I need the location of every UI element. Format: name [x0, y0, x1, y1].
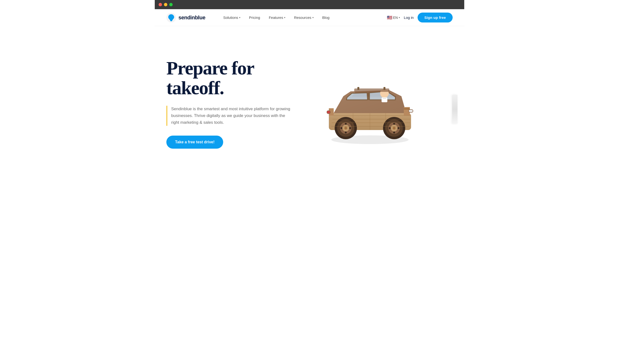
- chevron-down-icon: ▾: [239, 16, 240, 19]
- svg-rect-8: [404, 108, 410, 110]
- svg-rect-38: [357, 87, 359, 90]
- nav-item-blog[interactable]: Blog: [319, 14, 333, 22]
- svg-point-16: [393, 123, 395, 125]
- nav-label-pricing: Pricing: [249, 15, 260, 20]
- nav-right: 🇺🇸 EN ▾ Log in Sign up free: [387, 13, 453, 23]
- hero-description-wrapper: Sendinblue is the smartest and most intu…: [166, 106, 292, 126]
- chevron-down-icon: ▾: [312, 16, 314, 19]
- nav-label-features: Features: [269, 15, 283, 20]
- hero-title: Prepare for takeoff.: [166, 58, 292, 98]
- language-selector[interactable]: 🇺🇸 EN ▾: [387, 15, 400, 20]
- reflection-panel: [452, 95, 457, 124]
- svg-rect-39: [383, 87, 385, 90]
- svg-point-27: [340, 127, 342, 129]
- accent-bar: [166, 106, 167, 126]
- navbar: sendinblue Solutions ▾ Pricing Features …: [155, 9, 464, 26]
- svg-point-26: [345, 131, 347, 133]
- logo-icon: [166, 13, 176, 23]
- nav-label-solutions: Solutions: [223, 15, 238, 20]
- svg-point-29: [344, 127, 347, 129]
- hero-section: Prepare for takeoff. Sendinblue is the s…: [155, 26, 464, 176]
- svg-point-17: [393, 131, 395, 133]
- svg-rect-7: [383, 98, 386, 98]
- close-button[interactable]: [159, 3, 162, 6]
- lang-label: EN: [393, 16, 398, 20]
- nav-item-pricing[interactable]: Pricing: [246, 14, 264, 22]
- logo-link[interactable]: sendinblue: [166, 13, 205, 23]
- logo-text: sendinblue: [178, 14, 205, 21]
- svg-point-18: [389, 127, 391, 129]
- maximize-button[interactable]: [169, 3, 173, 6]
- flag-icon: 🇺🇸: [387, 15, 392, 20]
- minimize-button[interactable]: [164, 3, 167, 6]
- svg-rect-10: [409, 110, 412, 112]
- nav-label-blog: Blog: [322, 15, 330, 20]
- hero-description: Sendinblue is the smartest and most intu…: [171, 106, 292, 126]
- nav-links: Solutions ▾ Pricing Features ▾ Resources…: [220, 14, 387, 22]
- chevron-down-icon: ▾: [284, 16, 285, 19]
- signup-button[interactable]: Sign up free: [418, 13, 453, 23]
- hero-content: Prepare for takeoff. Sendinblue is the s…: [166, 58, 292, 149]
- svg-point-19: [397, 127, 399, 129]
- svg-point-28: [349, 127, 351, 129]
- svg-point-25: [345, 123, 347, 125]
- nav-item-solutions[interactable]: Solutions ▾: [220, 14, 244, 22]
- chevron-down-icon: ▾: [399, 16, 400, 19]
- nav-label-resources: Resources: [294, 15, 311, 20]
- svg-point-20: [393, 127, 395, 129]
- nav-item-features[interactable]: Features ▾: [266, 14, 289, 22]
- titlebar: [155, 0, 464, 9]
- wooden-car-illustration: [314, 60, 430, 147]
- nav-item-resources[interactable]: Resources ▾: [291, 14, 317, 22]
- cta-button[interactable]: Take a free test drive!: [166, 136, 223, 149]
- login-link[interactable]: Log in: [404, 15, 414, 20]
- svg-rect-11: [327, 111, 330, 114]
- hero-image: [292, 60, 453, 147]
